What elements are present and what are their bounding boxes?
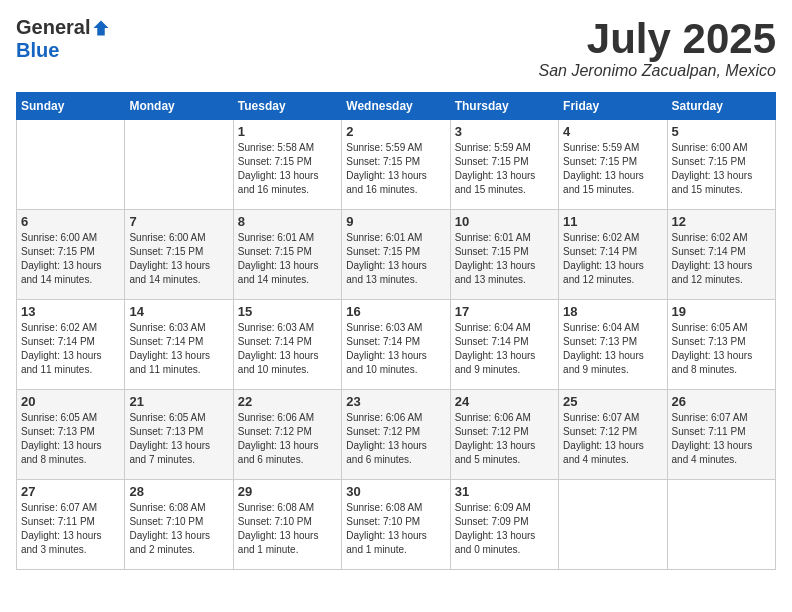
calendar-cell: 8Sunrise: 6:01 AM Sunset: 7:15 PM Daylig… (233, 210, 341, 300)
day-number: 11 (563, 214, 662, 229)
svg-marker-0 (94, 20, 109, 35)
day-info: Sunrise: 6:01 AM Sunset: 7:15 PM Dayligh… (238, 231, 337, 287)
logo-general-text: General (16, 16, 90, 39)
calendar-cell: 13Sunrise: 6:02 AM Sunset: 7:14 PM Dayli… (17, 300, 125, 390)
day-number: 4 (563, 124, 662, 139)
day-number: 13 (21, 304, 120, 319)
day-info: Sunrise: 6:08 AM Sunset: 7:10 PM Dayligh… (238, 501, 337, 557)
logo-icon (92, 19, 110, 37)
calendar-week-row: 6Sunrise: 6:00 AM Sunset: 7:15 PM Daylig… (17, 210, 776, 300)
day-info: Sunrise: 6:02 AM Sunset: 7:14 PM Dayligh… (563, 231, 662, 287)
calendar-cell: 3Sunrise: 5:59 AM Sunset: 7:15 PM Daylig… (450, 120, 558, 210)
day-info: Sunrise: 6:05 AM Sunset: 7:13 PM Dayligh… (21, 411, 120, 467)
day-info: Sunrise: 6:02 AM Sunset: 7:14 PM Dayligh… (672, 231, 771, 287)
weekday-header: Tuesday (233, 93, 341, 120)
weekday-header: Monday (125, 93, 233, 120)
day-number: 19 (672, 304, 771, 319)
logo-blue-text: Blue (16, 39, 59, 62)
calendar-cell: 11Sunrise: 6:02 AM Sunset: 7:14 PM Dayli… (559, 210, 667, 300)
month-title: July 2025 (539, 16, 776, 62)
day-info: Sunrise: 6:03 AM Sunset: 7:14 PM Dayligh… (346, 321, 445, 377)
day-number: 3 (455, 124, 554, 139)
calendar-cell: 18Sunrise: 6:04 AM Sunset: 7:13 PM Dayli… (559, 300, 667, 390)
calendar-cell: 26Sunrise: 6:07 AM Sunset: 7:11 PM Dayli… (667, 390, 775, 480)
day-number: 8 (238, 214, 337, 229)
calendar-cell: 12Sunrise: 6:02 AM Sunset: 7:14 PM Dayli… (667, 210, 775, 300)
day-info: Sunrise: 6:01 AM Sunset: 7:15 PM Dayligh… (346, 231, 445, 287)
calendar-cell: 21Sunrise: 6:05 AM Sunset: 7:13 PM Dayli… (125, 390, 233, 480)
calendar-cell: 24Sunrise: 6:06 AM Sunset: 7:12 PM Dayli… (450, 390, 558, 480)
weekday-header: Wednesday (342, 93, 450, 120)
calendar-table: SundayMondayTuesdayWednesdayThursdayFrid… (16, 92, 776, 570)
day-info: Sunrise: 6:07 AM Sunset: 7:12 PM Dayligh… (563, 411, 662, 467)
weekday-header: Friday (559, 93, 667, 120)
day-info: Sunrise: 6:04 AM Sunset: 7:13 PM Dayligh… (563, 321, 662, 377)
day-info: Sunrise: 6:03 AM Sunset: 7:14 PM Dayligh… (238, 321, 337, 377)
day-number: 24 (455, 394, 554, 409)
title-section: July 2025 San Jeronimo Zacualpan, Mexico (539, 16, 776, 80)
day-number: 1 (238, 124, 337, 139)
day-number: 10 (455, 214, 554, 229)
day-number: 7 (129, 214, 228, 229)
day-number: 30 (346, 484, 445, 499)
calendar-cell: 27Sunrise: 6:07 AM Sunset: 7:11 PM Dayli… (17, 480, 125, 570)
day-info: Sunrise: 6:06 AM Sunset: 7:12 PM Dayligh… (346, 411, 445, 467)
day-info: Sunrise: 6:08 AM Sunset: 7:10 PM Dayligh… (129, 501, 228, 557)
calendar-cell (17, 120, 125, 210)
calendar-cell: 10Sunrise: 6:01 AM Sunset: 7:15 PM Dayli… (450, 210, 558, 300)
day-number: 27 (21, 484, 120, 499)
day-number: 12 (672, 214, 771, 229)
day-number: 22 (238, 394, 337, 409)
day-number: 28 (129, 484, 228, 499)
day-number: 5 (672, 124, 771, 139)
calendar-cell: 14Sunrise: 6:03 AM Sunset: 7:14 PM Dayli… (125, 300, 233, 390)
weekday-header: Saturday (667, 93, 775, 120)
day-number: 23 (346, 394, 445, 409)
day-number: 17 (455, 304, 554, 319)
calendar-cell: 31Sunrise: 6:09 AM Sunset: 7:09 PM Dayli… (450, 480, 558, 570)
calendar-cell: 17Sunrise: 6:04 AM Sunset: 7:14 PM Dayli… (450, 300, 558, 390)
calendar-cell: 4Sunrise: 5:59 AM Sunset: 7:15 PM Daylig… (559, 120, 667, 210)
day-info: Sunrise: 6:00 AM Sunset: 7:15 PM Dayligh… (129, 231, 228, 287)
calendar-cell: 16Sunrise: 6:03 AM Sunset: 7:14 PM Dayli… (342, 300, 450, 390)
weekday-header: Thursday (450, 93, 558, 120)
day-number: 26 (672, 394, 771, 409)
calendar-cell: 15Sunrise: 6:03 AM Sunset: 7:14 PM Dayli… (233, 300, 341, 390)
day-info: Sunrise: 6:05 AM Sunset: 7:13 PM Dayligh… (672, 321, 771, 377)
day-number: 9 (346, 214, 445, 229)
calendar-cell: 23Sunrise: 6:06 AM Sunset: 7:12 PM Dayli… (342, 390, 450, 480)
calendar-cell: 5Sunrise: 6:00 AM Sunset: 7:15 PM Daylig… (667, 120, 775, 210)
day-number: 15 (238, 304, 337, 319)
day-number: 31 (455, 484, 554, 499)
day-number: 18 (563, 304, 662, 319)
day-info: Sunrise: 5:59 AM Sunset: 7:15 PM Dayligh… (346, 141, 445, 197)
day-info: Sunrise: 6:03 AM Sunset: 7:14 PM Dayligh… (129, 321, 228, 377)
day-info: Sunrise: 6:08 AM Sunset: 7:10 PM Dayligh… (346, 501, 445, 557)
day-info: Sunrise: 5:58 AM Sunset: 7:15 PM Dayligh… (238, 141, 337, 197)
location-subtitle: San Jeronimo Zacualpan, Mexico (539, 62, 776, 80)
calendar-week-row: 27Sunrise: 6:07 AM Sunset: 7:11 PM Dayli… (17, 480, 776, 570)
day-info: Sunrise: 6:05 AM Sunset: 7:13 PM Dayligh… (129, 411, 228, 467)
day-info: Sunrise: 6:01 AM Sunset: 7:15 PM Dayligh… (455, 231, 554, 287)
day-info: Sunrise: 6:02 AM Sunset: 7:14 PM Dayligh… (21, 321, 120, 377)
day-info: Sunrise: 6:09 AM Sunset: 7:09 PM Dayligh… (455, 501, 554, 557)
calendar-cell: 29Sunrise: 6:08 AM Sunset: 7:10 PM Dayli… (233, 480, 341, 570)
calendar-cell: 19Sunrise: 6:05 AM Sunset: 7:13 PM Dayli… (667, 300, 775, 390)
day-number: 16 (346, 304, 445, 319)
calendar-header-row: SundayMondayTuesdayWednesdayThursdayFrid… (17, 93, 776, 120)
calendar-week-row: 1Sunrise: 5:58 AM Sunset: 7:15 PM Daylig… (17, 120, 776, 210)
calendar-cell: 7Sunrise: 6:00 AM Sunset: 7:15 PM Daylig… (125, 210, 233, 300)
day-info: Sunrise: 6:07 AM Sunset: 7:11 PM Dayligh… (672, 411, 771, 467)
calendar-cell (667, 480, 775, 570)
day-info: Sunrise: 6:06 AM Sunset: 7:12 PM Dayligh… (455, 411, 554, 467)
calendar-week-row: 13Sunrise: 6:02 AM Sunset: 7:14 PM Dayli… (17, 300, 776, 390)
logo: General Blue (16, 16, 110, 62)
day-number: 29 (238, 484, 337, 499)
calendar-cell: 9Sunrise: 6:01 AM Sunset: 7:15 PM Daylig… (342, 210, 450, 300)
calendar-cell: 1Sunrise: 5:58 AM Sunset: 7:15 PM Daylig… (233, 120, 341, 210)
day-number: 21 (129, 394, 228, 409)
day-number: 14 (129, 304, 228, 319)
calendar-cell: 22Sunrise: 6:06 AM Sunset: 7:12 PM Dayli… (233, 390, 341, 480)
day-info: Sunrise: 5:59 AM Sunset: 7:15 PM Dayligh… (563, 141, 662, 197)
calendar-cell: 25Sunrise: 6:07 AM Sunset: 7:12 PM Dayli… (559, 390, 667, 480)
